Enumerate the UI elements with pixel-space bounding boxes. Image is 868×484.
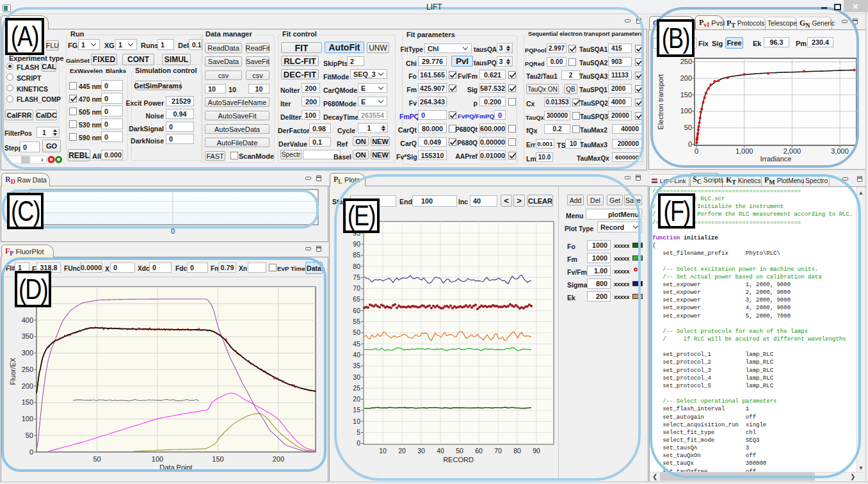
- svg-text:250: 250: [22, 366, 33, 373]
- svg-text:30: 30: [353, 373, 360, 381]
- svg-text:15: 15: [353, 406, 360, 414]
- svg-text:40: 40: [353, 351, 360, 359]
- svg-text:60: 60: [353, 307, 360, 314]
- svg-text:100: 100: [152, 455, 163, 463]
- svg-text:150: 150: [212, 455, 223, 463]
- svg-text:45: 45: [353, 340, 360, 348]
- svg-text:40: 40: [437, 447, 444, 455]
- svg-text:300: 300: [22, 349, 33, 357]
- svg-text:75: 75: [353, 273, 360, 281]
- svg-text:10: 10: [379, 447, 387, 455]
- svg-text:50: 50: [26, 432, 33, 439]
- svg-text:90: 90: [533, 447, 540, 455]
- svg-text:150: 150: [680, 91, 692, 99]
- svg-text:10: 10: [353, 417, 360, 425]
- svg-text:90: 90: [353, 240, 360, 248]
- svg-text:200: 200: [680, 74, 692, 82]
- svg-text:RECORD: RECORD: [443, 456, 474, 464]
- svg-text:Irradiance: Irradiance: [760, 155, 792, 163]
- svg-text:350: 350: [22, 332, 33, 340]
- svg-text:85: 85: [353, 251, 360, 259]
- svg-text:0: 0: [688, 140, 692, 148]
- svg-text:0: 0: [695, 147, 698, 155]
- svg-text:1,000: 1,000: [735, 147, 753, 155]
- svg-text:50: 50: [353, 328, 360, 336]
- svg-text:70: 70: [494, 447, 502, 455]
- svg-text:20: 20: [353, 395, 360, 403]
- svg-text:0: 0: [171, 227, 175, 235]
- svg-text:2,000: 2,000: [784, 147, 801, 155]
- svg-text:Electron transport: Electron transport: [657, 74, 664, 130]
- svg-text:400: 400: [22, 316, 33, 324]
- svg-text:250: 250: [680, 58, 692, 65]
- svg-text:50: 50: [684, 124, 692, 131]
- svg-text:80: 80: [353, 262, 360, 270]
- svg-text:Data Point: Data Point: [159, 464, 192, 471]
- svg-text:65: 65: [353, 295, 360, 303]
- svg-text:20: 20: [398, 447, 406, 455]
- svg-text:0: 0: [29, 448, 33, 456]
- svg-text:200: 200: [273, 455, 284, 463]
- svg-text:100: 100: [22, 415, 33, 423]
- svg-text:5: 5: [357, 428, 360, 436]
- svg-text:50: 50: [93, 455, 100, 463]
- svg-text:55: 55: [353, 318, 360, 325]
- svg-text:60: 60: [475, 447, 483, 455]
- svg-text:30: 30: [417, 447, 425, 455]
- svg-text:25: 25: [353, 384, 360, 392]
- svg-text:70: 70: [353, 284, 360, 292]
- svg-text:35: 35: [353, 362, 360, 369]
- svg-text:200: 200: [22, 382, 33, 390]
- svg-text:Fluor/EX: Fluor/EX: [9, 357, 17, 385]
- svg-text:0: 0: [357, 439, 360, 447]
- svg-text:150: 150: [22, 398, 33, 406]
- svg-text:50: 50: [456, 447, 463, 455]
- svg-text:100: 100: [680, 107, 692, 115]
- svg-text:80: 80: [513, 447, 521, 455]
- svg-text:3,000: 3,000: [831, 147, 849, 155]
